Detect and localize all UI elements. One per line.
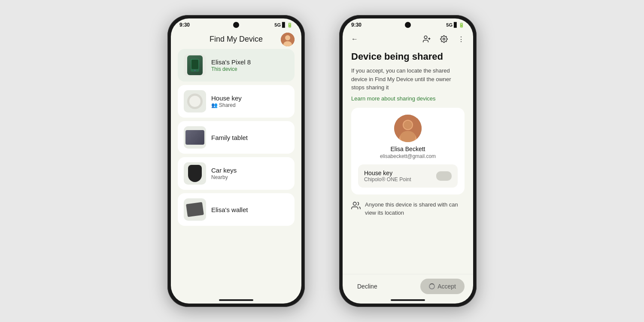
share-main-title: Device being shared: [351, 51, 465, 62]
sharer-avatar: [394, 115, 422, 142]
fmd-app: Find My Device: [171, 30, 301, 299]
camera-notch-2: [405, 22, 411, 28]
device-icon-housekey: [184, 90, 206, 112]
device-item-carkeys[interactable]: Car keys Nearby: [178, 157, 295, 190]
svg-point-9: [443, 38, 445, 40]
header-right: ⋮: [422, 34, 466, 44]
battery-icon-1: 🔋: [287, 22, 293, 28]
share-description: If you accept, you can locate the shared…: [351, 67, 465, 92]
shared-device-model: Chipolo® ONE Point: [364, 176, 436, 182]
status-time-2: 9:30: [351, 22, 361, 28]
device-name-housekey: House key: [211, 94, 289, 102]
bottom-bar-2: [391, 299, 425, 301]
fmd-title: Find My Device: [210, 35, 263, 44]
status-icons-2: 5G ▊ 🔋: [446, 22, 465, 28]
status-time-1: 9:30: [179, 22, 190, 28]
device-info-carkeys: Car keys Nearby: [211, 167, 289, 180]
svg-rect-4: [191, 60, 198, 69]
share-card: Elisa Beckett elisabeckett@gmail.com Hou…: [351, 108, 465, 194]
device-item-housekey[interactable]: House key 👥 Shared: [178, 85, 295, 118]
svg-point-1: [285, 35, 290, 40]
device-icon-wallet: [184, 198, 206, 221]
device-name-pixel: Elisa's Pixel 8: [211, 58, 289, 66]
device-info-wallet: Elisa's wallet: [211, 206, 289, 213]
shared-icon: 👥: [211, 102, 218, 108]
svg-point-15: [353, 202, 356, 205]
device-icon-pixel: [184, 54, 206, 76]
accept-button[interactable]: Accept: [420, 279, 465, 294]
signal-bars-2: ▊: [454, 22, 457, 28]
share-header: ←: [343, 30, 473, 47]
status-bar-2: 9:30 5G ▊ 🔋: [343, 18, 473, 30]
svg-point-13: [404, 121, 412, 129]
signal-bars-1: ▊: [282, 22, 286, 28]
decline-button[interactable]: Decline: [351, 279, 383, 294]
accept-spinner: [429, 283, 435, 289]
phone-2: 9:30 5G ▊ 🔋 ←: [339, 15, 477, 307]
camera-notch-1: [233, 22, 239, 28]
bottom-bar-1: [219, 299, 253, 301]
tablet-icon: [185, 130, 204, 145]
device-item-pixel[interactable]: Elisa's Pixel 8 This device: [178, 49, 295, 82]
tracker-icon: [187, 94, 203, 109]
back-button[interactable]: ←: [349, 34, 360, 44]
device-status-pixel: This device: [211, 66, 289, 72]
status-icons-1: 5G ▊ 🔋: [274, 22, 293, 28]
share-app: ←: [343, 30, 473, 299]
signal-label-1: 5G: [274, 22, 281, 27]
wallet-icon: [186, 202, 204, 217]
sharer-name: Elisa Beckett: [391, 146, 425, 152]
device-name-carkeys: Car keys: [211, 167, 289, 174]
device-item-wallet[interactable]: Elisa's wallet: [178, 193, 295, 226]
header-left: ←: [349, 34, 360, 44]
device-icon-carkeys: [184, 162, 206, 185]
phone-1: 9:30 5G ▊ 🔋 Find My Device: [167, 15, 305, 307]
signal-label-2: 5G: [446, 22, 453, 27]
device-status-carkeys: Nearby: [211, 174, 289, 180]
device-status-housekey: 👥 Shared: [211, 102, 289, 108]
shared-device-name: House key: [364, 170, 436, 176]
fmd-header: Find My Device: [171, 30, 301, 47]
avatar-image: [281, 33, 295, 46]
device-info-pixel: Elisa's Pixel 8 This device: [211, 58, 289, 72]
sharer-email: elisabeckett@gmail.com: [380, 153, 436, 159]
shared-device-info: House key Chipolo® ONE Point: [364, 170, 436, 182]
user-avatar[interactable]: [281, 33, 295, 46]
shared-device-icon: [436, 171, 452, 181]
shared-device-row: House key Chipolo® ONE Point: [358, 164, 458, 188]
share-notice: Anyone this device is shared with can vi…: [351, 200, 465, 222]
notice-icon: [351, 201, 361, 213]
device-info-housekey: House key 👥 Shared: [211, 94, 289, 108]
device-info-tablet: Family tablet: [211, 134, 289, 141]
add-person-button[interactable]: [422, 34, 432, 44]
svg-point-6: [424, 36, 427, 39]
learn-more-link[interactable]: Learn more about sharing devices: [351, 95, 465, 102]
settings-button[interactable]: [439, 34, 449, 44]
share-footer: Decline Accept: [343, 274, 473, 299]
status-bar-1: 9:30 5G ▊ 🔋: [171, 18, 301, 30]
notice-text: Anyone this device is shared with can vi…: [365, 200, 465, 217]
device-name-wallet: Elisa's wallet: [211, 206, 289, 213]
device-name-tablet: Family tablet: [211, 134, 289, 141]
device-item-tablet[interactable]: Family tablet: [178, 121, 295, 154]
battery-icon-2: 🔋: [459, 22, 465, 28]
device-icon-tablet: [184, 126, 206, 149]
phone-icon: [187, 55, 203, 75]
accept-label: Accept: [437, 283, 456, 290]
share-body: Device being shared If you accept, you c…: [343, 47, 473, 274]
keyfob-icon: [188, 165, 202, 182]
more-button[interactable]: ⋮: [456, 34, 466, 44]
tracker-inner: [189, 96, 200, 107]
device-list: Elisa's Pixel 8 This device House key: [171, 47, 301, 299]
svg-point-5: [194, 70, 196, 71]
